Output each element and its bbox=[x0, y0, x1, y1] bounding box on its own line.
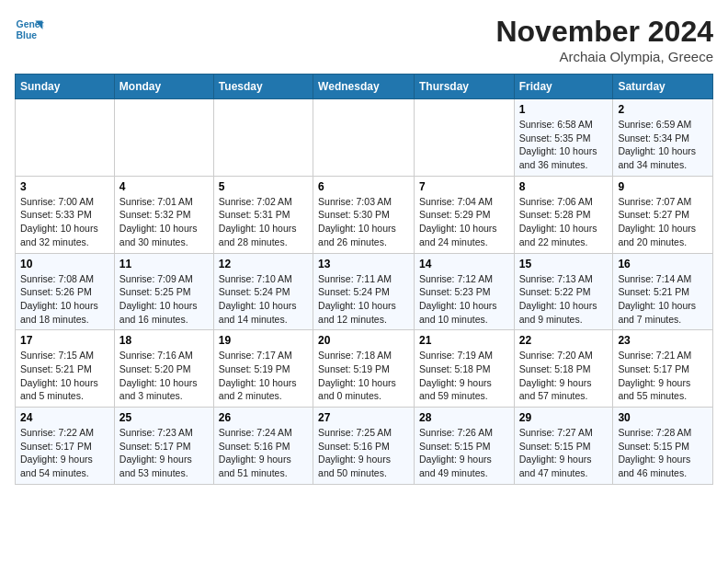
calendar-cell: 7Sunrise: 7:04 AM Sunset: 5:29 PM Daylig… bbox=[414, 176, 514, 253]
day-number: 20 bbox=[318, 334, 409, 347]
day-detail: Sunrise: 7:27 AM Sunset: 5:15 PM Dayligh… bbox=[519, 426, 609, 480]
calendar-cell: 30Sunrise: 7:28 AM Sunset: 5:15 PM Dayli… bbox=[613, 408, 713, 485]
day-number: 16 bbox=[618, 258, 708, 270]
calendar-cell bbox=[414, 99, 514, 177]
day-number: 13 bbox=[318, 258, 409, 270]
weekday-header-thursday: Thursday bbox=[414, 75, 514, 99]
day-detail: Sunrise: 7:19 AM Sunset: 5:18 PM Dayligh… bbox=[419, 349, 509, 403]
day-number: 3 bbox=[20, 180, 109, 193]
day-detail: Sunrise: 7:12 AM Sunset: 5:23 PM Dayligh… bbox=[419, 272, 509, 327]
day-detail: Sunrise: 7:25 AM Sunset: 5:16 PM Dayligh… bbox=[318, 426, 409, 480]
calendar-cell: 4Sunrise: 7:01 AM Sunset: 5:32 PM Daylig… bbox=[114, 176, 213, 253]
calendar-week-4: 17Sunrise: 7:15 AM Sunset: 5:21 PM Dayli… bbox=[16, 330, 713, 408]
day-detail: Sunrise: 7:10 AM Sunset: 5:24 PM Dayligh… bbox=[219, 272, 308, 327]
calendar-cell: 10Sunrise: 7:08 AM Sunset: 5:26 PM Dayli… bbox=[16, 253, 115, 330]
day-number: 2 bbox=[618, 103, 708, 116]
day-number: 22 bbox=[519, 334, 609, 347]
calendar-cell: 13Sunrise: 7:11 AM Sunset: 5:24 PM Dayli… bbox=[313, 253, 415, 330]
calendar-cell: 17Sunrise: 7:15 AM Sunset: 5:21 PM Dayli… bbox=[16, 330, 115, 408]
calendar-cell: 20Sunrise: 7:18 AM Sunset: 5:19 PM Dayli… bbox=[313, 330, 415, 408]
calendar-cell: 24Sunrise: 7:22 AM Sunset: 5:17 PM Dayli… bbox=[16, 408, 115, 485]
day-number: 10 bbox=[20, 258, 109, 270]
calendar-cell: 21Sunrise: 7:19 AM Sunset: 5:18 PM Dayli… bbox=[414, 330, 514, 408]
day-detail: Sunrise: 7:14 AM Sunset: 5:21 PM Dayligh… bbox=[618, 272, 708, 327]
calendar-cell: 1Sunrise: 6:58 AM Sunset: 5:35 PM Daylig… bbox=[514, 99, 613, 177]
day-number: 28 bbox=[419, 411, 509, 424]
day-number: 24 bbox=[20, 411, 109, 424]
weekday-header-friday: Friday bbox=[514, 75, 613, 99]
weekday-header-sunday: Sunday bbox=[16, 75, 115, 99]
day-number: 1 bbox=[519, 103, 609, 116]
calendar-cell: 22Sunrise: 7:20 AM Sunset: 5:18 PM Dayli… bbox=[514, 330, 613, 408]
day-detail: Sunrise: 6:58 AM Sunset: 5:35 PM Dayligh… bbox=[519, 118, 609, 172]
calendar-cell: 9Sunrise: 7:07 AM Sunset: 5:27 PM Daylig… bbox=[613, 176, 713, 253]
day-detail: Sunrise: 7:23 AM Sunset: 5:17 PM Dayligh… bbox=[119, 426, 209, 480]
day-detail: Sunrise: 7:17 AM Sunset: 5:19 PM Dayligh… bbox=[219, 349, 308, 403]
calendar-week-3: 10Sunrise: 7:08 AM Sunset: 5:26 PM Dayli… bbox=[16, 253, 713, 330]
calendar-cell: 19Sunrise: 7:17 AM Sunset: 5:19 PM Dayli… bbox=[213, 330, 313, 408]
day-detail: Sunrise: 7:28 AM Sunset: 5:15 PM Dayligh… bbox=[618, 426, 708, 480]
calendar-cell: 27Sunrise: 7:25 AM Sunset: 5:16 PM Dayli… bbox=[313, 408, 415, 485]
calendar-cell: 25Sunrise: 7:23 AM Sunset: 5:17 PM Dayli… bbox=[114, 408, 213, 485]
day-detail: Sunrise: 7:09 AM Sunset: 5:25 PM Dayligh… bbox=[119, 272, 209, 327]
location: Archaia Olympia, Greece bbox=[495, 49, 713, 64]
day-detail: Sunrise: 7:18 AM Sunset: 5:19 PM Dayligh… bbox=[318, 349, 409, 403]
day-detail: Sunrise: 7:04 AM Sunset: 5:29 PM Dayligh… bbox=[419, 195, 509, 249]
weekday-header-saturday: Saturday bbox=[613, 75, 713, 99]
weekday-header-wednesday: Wednesday bbox=[313, 75, 415, 99]
day-detail: Sunrise: 7:06 AM Sunset: 5:28 PM Dayligh… bbox=[519, 195, 609, 249]
calendar-week-1: 1Sunrise: 6:58 AM Sunset: 5:35 PM Daylig… bbox=[16, 99, 713, 177]
calendar-cell: 12Sunrise: 7:10 AM Sunset: 5:24 PM Dayli… bbox=[213, 253, 313, 330]
day-detail: Sunrise: 7:26 AM Sunset: 5:15 PM Dayligh… bbox=[419, 426, 509, 480]
calendar-cell: 16Sunrise: 7:14 AM Sunset: 5:21 PM Dayli… bbox=[613, 253, 713, 330]
calendar-cell: 3Sunrise: 7:00 AM Sunset: 5:33 PM Daylig… bbox=[16, 176, 115, 253]
day-number: 12 bbox=[219, 258, 308, 270]
day-number: 7 bbox=[419, 180, 509, 193]
day-number: 19 bbox=[219, 334, 308, 347]
day-detail: Sunrise: 7:20 AM Sunset: 5:18 PM Dayligh… bbox=[519, 349, 609, 403]
day-number: 30 bbox=[618, 411, 708, 424]
weekday-header-monday: Monday bbox=[114, 75, 213, 99]
day-detail: Sunrise: 7:13 AM Sunset: 5:22 PM Dayligh… bbox=[519, 272, 609, 327]
day-detail: Sunrise: 7:16 AM Sunset: 5:20 PM Dayligh… bbox=[119, 349, 209, 403]
day-detail: Sunrise: 7:11 AM Sunset: 5:24 PM Dayligh… bbox=[318, 272, 409, 327]
month-title: November 2024 bbox=[495, 15, 713, 49]
calendar-cell: 28Sunrise: 7:26 AM Sunset: 5:15 PM Dayli… bbox=[414, 408, 514, 485]
day-number: 15 bbox=[519, 258, 609, 270]
day-number: 4 bbox=[119, 180, 209, 193]
calendar-table: SundayMondayTuesdayWednesdayThursdayFrid… bbox=[15, 74, 713, 485]
day-detail: Sunrise: 7:03 AM Sunset: 5:30 PM Dayligh… bbox=[318, 195, 409, 249]
day-detail: Sunrise: 7:24 AM Sunset: 5:16 PM Dayligh… bbox=[219, 426, 308, 480]
day-number: 6 bbox=[318, 180, 409, 193]
weekday-header-row: SundayMondayTuesdayWednesdayThursdayFrid… bbox=[16, 75, 713, 99]
day-detail: Sunrise: 7:15 AM Sunset: 5:21 PM Dayligh… bbox=[20, 349, 109, 403]
day-detail: Sunrise: 7:01 AM Sunset: 5:32 PM Dayligh… bbox=[119, 195, 209, 249]
day-number: 9 bbox=[618, 180, 708, 193]
calendar-cell: 14Sunrise: 7:12 AM Sunset: 5:23 PM Dayli… bbox=[414, 253, 514, 330]
day-number: 8 bbox=[519, 180, 609, 193]
weekday-header-tuesday: Tuesday bbox=[213, 75, 313, 99]
logo-icon: General Blue bbox=[15, 15, 44, 44]
calendar-cell: 18Sunrise: 7:16 AM Sunset: 5:20 PM Dayli… bbox=[114, 330, 213, 408]
day-number: 14 bbox=[419, 258, 509, 270]
calendar-cell: 26Sunrise: 7:24 AM Sunset: 5:16 PM Dayli… bbox=[213, 408, 313, 485]
day-number: 21 bbox=[419, 334, 509, 347]
calendar-week-2: 3Sunrise: 7:00 AM Sunset: 5:33 PM Daylig… bbox=[16, 176, 713, 253]
calendar-cell bbox=[16, 99, 115, 177]
calendar-cell bbox=[114, 99, 213, 177]
calendar-cell: 5Sunrise: 7:02 AM Sunset: 5:31 PM Daylig… bbox=[213, 176, 313, 253]
day-detail: Sunrise: 7:08 AM Sunset: 5:26 PM Dayligh… bbox=[20, 272, 109, 327]
page-header: General Blue November 2024 Archaia Olymp… bbox=[15, 15, 713, 64]
day-number: 27 bbox=[318, 411, 409, 424]
day-number: 17 bbox=[20, 334, 109, 347]
day-detail: Sunrise: 7:00 AM Sunset: 5:33 PM Dayligh… bbox=[20, 195, 109, 249]
day-number: 23 bbox=[618, 334, 708, 347]
calendar-week-5: 24Sunrise: 7:22 AM Sunset: 5:17 PM Dayli… bbox=[16, 408, 713, 485]
day-number: 11 bbox=[119, 258, 209, 270]
calendar-cell: 23Sunrise: 7:21 AM Sunset: 5:17 PM Dayli… bbox=[613, 330, 713, 408]
calendar-cell: 15Sunrise: 7:13 AM Sunset: 5:22 PM Dayli… bbox=[514, 253, 613, 330]
day-detail: Sunrise: 7:07 AM Sunset: 5:27 PM Dayligh… bbox=[618, 195, 708, 249]
svg-text:Blue: Blue bbox=[17, 30, 38, 40]
calendar-cell: 29Sunrise: 7:27 AM Sunset: 5:15 PM Dayli… bbox=[514, 408, 613, 485]
calendar-cell bbox=[213, 99, 313, 177]
